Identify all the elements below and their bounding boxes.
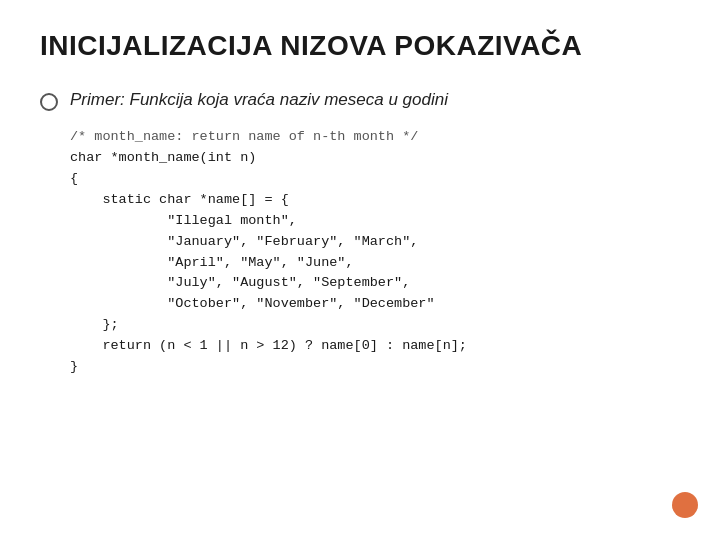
primer-label: Primer: Funkcija koja vraća naziv meseca… — [70, 90, 448, 110]
code-line-11: return (n < 1 || n > 12) ? name[0] : nam… — [70, 336, 680, 357]
code-line-12: } — [70, 357, 680, 378]
code-line-5: "January", "February", "March", — [70, 232, 680, 253]
bullet-icon — [40, 93, 58, 111]
slide: INICIJALIZACIJA NIZOVA POKAZIVAČA Primer… — [0, 0, 720, 540]
code-line-6: "April", "May", "June", — [70, 253, 680, 274]
code-line-8: "October", "November", "December" — [70, 294, 680, 315]
code-line-2: { — [70, 169, 680, 190]
code-line-7: "July", "August", "September", — [70, 273, 680, 294]
code-line-4: "Illegal month", — [70, 211, 680, 232]
slide-title: INICIJALIZACIJA NIZOVA POKAZIVAČA — [40, 30, 680, 62]
nav-dot[interactable] — [672, 492, 698, 518]
code-line-3: static char *name[] = { — [70, 190, 680, 211]
code-line-9: }; — [70, 315, 680, 336]
code-line-1: char *month_name(int n) — [70, 148, 680, 169]
code-block: /* month_name: return name of n-th month… — [70, 127, 680, 378]
bullet-item: Primer: Funkcija koja vraća naziv meseca… — [40, 90, 680, 111]
code-comment: /* month_name: return name of n-th month… — [70, 127, 680, 148]
